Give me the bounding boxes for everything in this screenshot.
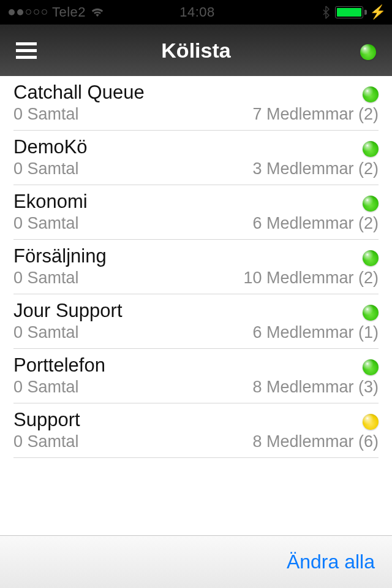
queue-status-dot-icon [363, 250, 379, 266]
queue-members: 3 Medlemmar (2) [252, 159, 379, 178]
queue-item[interactable]: Försäljning0 Samtal10 Medlemmar (2) [0, 240, 392, 294]
queue-status-dot-icon [363, 141, 379, 157]
queue-members: 7 Medlemmar (2) [252, 105, 379, 124]
queue-item[interactable]: Catchall Queue0 Samtal7 Medlemmar (2) [0, 76, 392, 131]
edit-all-button[interactable]: Ändra alla [287, 551, 375, 573]
wifi-icon [91, 7, 104, 18]
queue-item[interactable]: Support0 Samtal8 Medlemmar (6) [0, 403, 392, 458]
queue-name: Jour Support [13, 300, 123, 322]
app-header: Kölista [0, 25, 392, 76]
queue-calls: 0 Samtal [13, 159, 79, 178]
queue-name: Försäljning [13, 245, 107, 267]
queue-calls: 0 Samtal [13, 378, 79, 397]
queue-members: 8 Medlemmar (6) [252, 432, 379, 451]
queue-calls: 0 Samtal [13, 432, 79, 451]
bluetooth-icon [322, 6, 330, 19]
queue-members: 10 Medlemmar (2) [243, 269, 379, 288]
queue-list: Catchall Queue0 Samtal7 Medlemmar (2)Dem… [0, 76, 392, 458]
queue-status-dot-icon [363, 305, 379, 321]
queue-calls: 0 Samtal [13, 105, 79, 124]
queue-status-dot-icon [363, 196, 379, 212]
queue-status-dot-icon [363, 359, 379, 375]
footer-bar: Ändra alla [0, 535, 392, 588]
queue-item[interactable]: DemoKö0 Samtal3 Medlemmar (2) [0, 131, 392, 185]
queue-calls: 0 Samtal [13, 269, 79, 288]
page-title: Kölista [0, 39, 392, 63]
queue-item[interactable]: Ekonomi0 Samtal6 Medlemmar (2) [0, 185, 392, 240]
signal-strength-icon [9, 9, 47, 15]
queue-calls: 0 Samtal [13, 214, 79, 233]
carrier-label: Tele2 [52, 4, 86, 20]
queue-name: Ekonomi [13, 191, 88, 213]
queue-name: Support [13, 409, 80, 431]
queue-members: 8 Medlemmar (3) [252, 378, 379, 397]
status-bar: Tele2 14:08 ⚡ [0, 0, 392, 25]
queue-name: Catchall Queue [13, 82, 145, 104]
queue-name: Porttelefon [13, 354, 105, 376]
queue-item[interactable]: Porttelefon0 Samtal8 Medlemmar (3) [0, 349, 392, 403]
queue-calls: 0 Samtal [13, 323, 79, 342]
queue-status-dot-icon [363, 414, 379, 430]
queue-item[interactable]: Jour Support0 Samtal6 Medlemmar (1) [0, 294, 392, 349]
queue-members: 6 Medlemmar (2) [252, 214, 379, 233]
battery-icon: ⚡ [335, 6, 386, 18]
queue-status-dot-icon [363, 86, 379, 102]
queue-members: 6 Medlemmar (1) [252, 323, 379, 342]
queue-name: DemoKö [13, 136, 88, 158]
status-time: 14:08 [179, 4, 215, 20]
